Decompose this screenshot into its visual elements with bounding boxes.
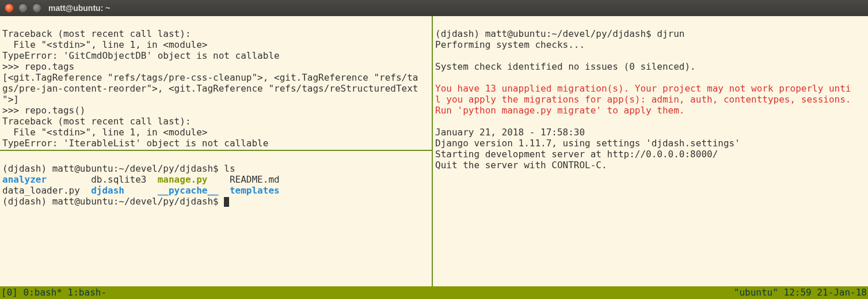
- output-line: TypeError: 'IterableList' object is not …: [2, 138, 268, 149]
- output-line: Traceback (most recent call last):: [2, 116, 191, 127]
- dir-entry: templates: [230, 185, 280, 196]
- file-entry: db.sqlite3: [91, 174, 146, 185]
- file-entry: README.md: [230, 174, 280, 185]
- pane-right[interactable]: (djdash) matt@ubuntu:~/devel/py/djdash$ …: [433, 16, 868, 286]
- cursor-icon: [224, 197, 229, 207]
- ls-row: analyzer db.sqlite3 manage.py README.md: [2, 174, 280, 185]
- error-line: You have 13 unapplied migration(s). Your…: [435, 83, 851, 94]
- output-line: Starting development server at http://0.…: [435, 149, 718, 160]
- output-line: >>> repo.tags(): [2, 105, 86, 116]
- pane-bottom-left[interactable]: (djdash) matt@ubuntu:~/devel/py/djdash$ …: [0, 151, 433, 286]
- window-title: matt@ubuntu: ~: [48, 3, 110, 13]
- close-icon[interactable]: [5, 3, 14, 13]
- output-line: TypeError: 'GitCmdObjectDB' object is no…: [2, 50, 280, 61]
- output-line: Quit the server with CONTROL-C.: [435, 160, 607, 171]
- output-line: Performing system checks...: [435, 39, 585, 50]
- output-line: [<git.TagReference "refs/tags/pre-css-cl…: [2, 72, 418, 83]
- error-line: Run 'python manage.py migrate' to apply …: [435, 105, 684, 116]
- dir-entry: djdash: [91, 185, 124, 196]
- output-line: Traceback (most recent call last):: [2, 28, 191, 39]
- window-controls: [5, 3, 41, 13]
- prompt-line: (djdash) matt@ubuntu:~/devel/py/djdash$ …: [2, 163, 235, 174]
- dir-entry: __pycache__: [158, 185, 219, 196]
- output-line: File "<stdin>", line 1, in <module>: [2, 127, 207, 138]
- output-line: System check identified no issues (0 sil…: [435, 61, 696, 72]
- output-line: January 21, 2018 - 17:58:30: [435, 127, 585, 138]
- terminal[interactable]: Traceback (most recent call last): File …: [0, 16, 868, 299]
- output-line: File "<stdin>", line 1, in <module>: [2, 39, 207, 50]
- prompt-line: (djdash) matt@ubuntu:~/devel/py/djdash$: [2, 196, 229, 207]
- pane-top-left[interactable]: Traceback (most recent call last): File …: [0, 16, 433, 151]
- ls-row: data_loader.py djdash __pycache__ templa…: [2, 185, 280, 196]
- output-line: Django version 1.11.7, using settings 'd…: [435, 138, 740, 149]
- maximize-icon[interactable]: [32, 3, 41, 13]
- exec-entry: manage.py: [158, 174, 208, 185]
- prompt-line: (djdash) matt@ubuntu:~/devel/py/djdash$ …: [435, 28, 684, 39]
- minimize-icon[interactable]: [18, 3, 28, 13]
- output-line: gs/pre-jan-content-reorder">, <git.TagRe…: [2, 83, 418, 94]
- status-right: "ubuntu" 12:59 21-Jan-18: [734, 286, 867, 299]
- output-line: ">]: [2, 94, 19, 105]
- error-line: l you apply the migrations for app(s): a…: [435, 94, 851, 105]
- tmux-statusbar: [0] 0:bash* 1:bash- "ubuntu" 12:59 21-Ja…: [0, 286, 868, 299]
- status-left: [0] 0:bash* 1:bash-: [1, 286, 106, 299]
- output-line: >>> repo.tags: [2, 61, 74, 72]
- dir-entry: analyzer: [2, 174, 47, 185]
- window-titlebar: matt@ubuntu: ~: [0, 0, 868, 16]
- file-entry: data_loader.py: [2, 185, 80, 196]
